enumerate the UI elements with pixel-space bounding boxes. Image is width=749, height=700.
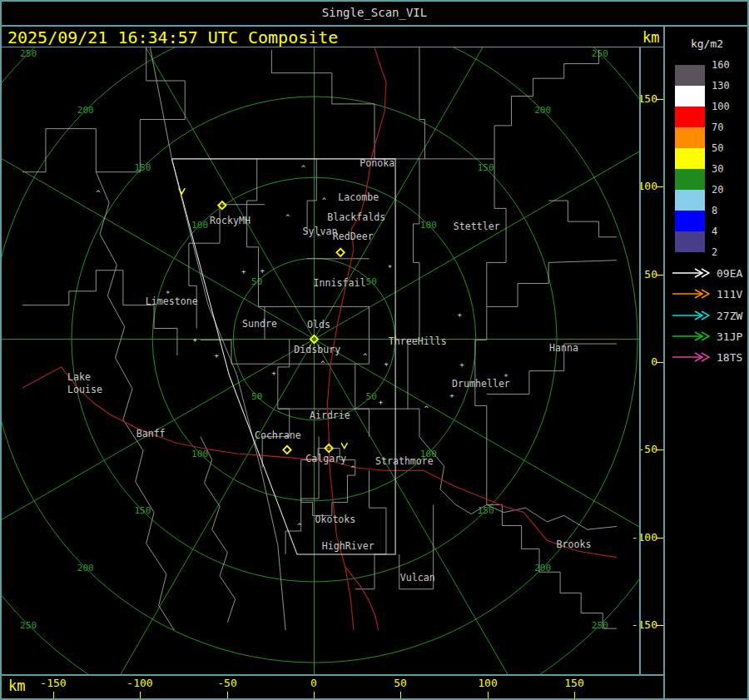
city-label: HighRiver [322,540,374,552]
bottom-axis-tick [53,692,54,698]
right-axis-tick [657,625,663,626]
bottom-axis: km -150-100-50050100150 [0,675,664,700]
radar-arrow-icon [672,268,710,279]
town-marker: ^ [320,360,325,368]
county-boundary [96,172,174,630]
county-boundary [548,201,617,237]
county-boundary [487,504,617,628]
radar-site-id: 18TS [717,351,742,364]
city-label: Limestone [146,295,198,307]
bottom-axis-tick [574,692,575,698]
frame-map-right [639,47,641,676]
frame-map-top [0,47,664,47]
city-label: Hanna [549,342,578,354]
city-label: RedDeer [333,231,374,242]
city-label: Cochrane [255,429,301,441]
radar-arrow-icon [672,289,710,300]
city-label: Ponoka [360,157,394,169]
right-axis-tick [657,186,663,187]
radar-map-canvas: 5050505010010010010015015015015020020020… [0,47,639,674]
city-label: Sundre [242,318,277,330]
city-label: Blackfalds [327,211,385,223]
city-label: Vulcan [400,572,435,583]
right-axis-tick [657,538,663,539]
ring-range-label: 200 [534,105,551,116]
frame-map-bottom [0,674,664,676]
bottom-axis-tick-label: 0 [289,677,339,689]
scale-label: 2 [712,246,745,258]
county-boundary [424,50,598,159]
right-axis-tick-label: -100 [599,531,657,544]
city-label: Strathmore [375,455,434,467]
town-marker: ^ [285,213,290,221]
scale-label: 50 [712,142,745,154]
scale-swatch [675,127,705,148]
scale-label: 30 [712,163,745,175]
city-label: Drumheller [452,378,510,390]
city-label: Calgary [305,453,346,464]
town-marker: + [460,360,464,369]
frame-under-title [0,25,749,27]
radar-site-id: 09EA [717,267,742,280]
legend-unit-label: kg/m2 [665,37,749,50]
county-boundary [201,437,236,623]
scale-label: 20 [712,184,745,196]
town-marker: ^ [322,196,326,205]
scan-datetime-text: 2025/09/21 16:34:57 UTC Composite [7,27,338,47]
city-label: Okotoks [315,514,355,525]
scale-label: 100 [712,101,745,112]
legend-panel: kg/m2 1601301007050302084209EA111V27ZW31… [665,26,749,700]
radar-arrow-icon [672,352,710,363]
city-label: Lake [67,371,91,383]
scale-swatch [675,148,705,169]
bottom-axis-tick [400,692,401,698]
town-marker: + [193,335,197,344]
storm-motion-marker [179,188,185,194]
ring-range-label: 50 [251,391,262,402]
county-boundary [271,50,424,159]
bottom-axis-tick [488,692,489,698]
bottom-axis-tick-label: 100 [463,677,513,689]
city-label: Louise [67,384,102,395]
city-label: Stettler [454,221,500,232]
town-marker: + [215,351,219,360]
bottom-axis-tick-label: 150 [549,677,599,689]
ring-range-label: 200 [77,105,94,116]
ring-range-label: 150 [477,162,494,173]
frame-left [0,0,2,700]
city-label: RockyMH [210,215,250,226]
right-axis-tick [657,449,663,450]
bottom-axis-tick-label: -50 [202,677,252,689]
scale-label: 130 [712,80,745,92]
county-boundary [475,306,487,504]
scale-label: 160 [712,59,745,71]
town-marker: ^ [350,464,355,473]
bottom-axis-tick-label: -150 [28,677,78,689]
right-axis: 150100500-50-100-150 [639,47,666,674]
right-axis-tick-label: 150 [599,92,657,105]
bottom-axis-tick-label: -100 [115,677,165,689]
ring-range-label: 100 [191,220,208,231]
frame-legend-divider [663,25,665,700]
ring-range-label: 200 [77,563,94,573]
radar-site-id: 31JP [717,330,742,343]
city-label: Airdrie [310,410,350,421]
ring-range-label: 250 [592,48,608,59]
scale-swatch [675,86,705,107]
town-marker: ^ [424,405,429,413]
town-marker: ^ [301,164,305,172]
right-axis-tick-label: 50 [599,268,657,280]
ring-range-label: 150 [134,505,151,516]
town-marker: ^ [97,189,101,197]
bottom-axis-tick [227,692,228,698]
right-axis-tick-label: 100 [599,180,657,192]
radar-site-id: 27ZW [717,310,742,322]
county-boundary [487,261,617,307]
town-marker: * [388,264,392,272]
ring-range-label: 50 [365,391,376,402]
town-marker: + [241,267,246,276]
bottom-axis-tick-label: 50 [375,677,425,689]
radar-arrow-icon [672,331,710,342]
county-boundary [355,306,370,436]
county-boundary [201,340,265,364]
